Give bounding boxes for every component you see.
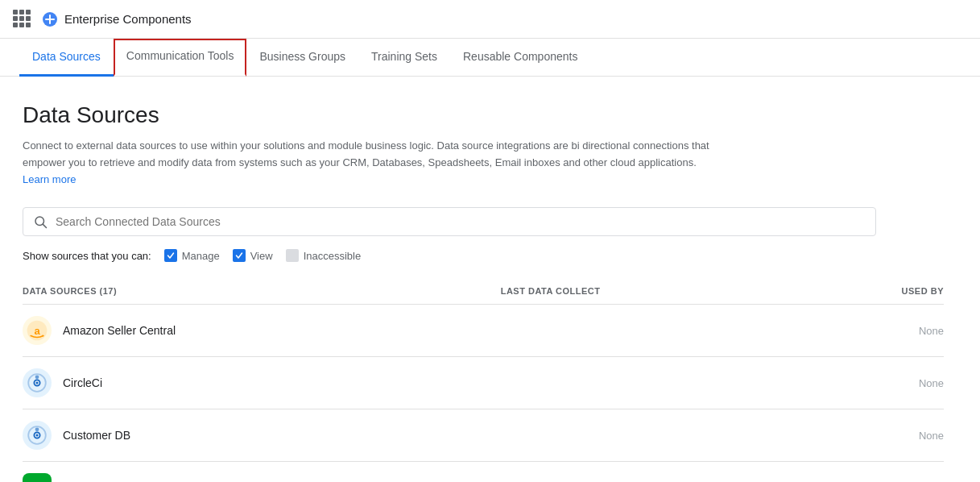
tab-business-groups[interactable]: Business Groups: [246, 39, 358, 77]
used-by-cell-circleci: None: [812, 357, 944, 409]
table-row[interactable]: CircleCi None: [23, 357, 944, 409]
used-by-column-header: USED BY: [812, 278, 944, 305]
used-by-value-customerdb: None: [919, 430, 944, 442]
view-checkbox[interactable]: [233, 249, 246, 262]
svg-point-7: [35, 376, 39, 380]
svg-point-9: [36, 382, 39, 384]
circleci-icon: [23, 368, 52, 397]
used-by-value-amazon: None: [919, 325, 944, 337]
table-row[interactable]: Evernote None: [23, 462, 944, 482]
svg-point-11: [35, 428, 39, 432]
apps-icon[interactable]: [13, 10, 32, 29]
sources-column-header: DATA SOURCES (17): [23, 278, 501, 305]
customerdb-icon: [23, 421, 52, 450]
filter-inaccessible-label: Inaccessible: [304, 250, 362, 262]
search-icon: [33, 214, 48, 229]
logo-icon: [42, 11, 58, 27]
tab-communication-tools[interactable]: Communication Tools: [114, 39, 247, 77]
table-row[interactable]: Customer DB None: [23, 409, 944, 462]
source-cell-circleci: CircleCi: [23, 357, 501, 409]
svg-point-13: [36, 434, 39, 437]
circleci-name: CircleCi: [63, 376, 102, 389]
filter-label: Show sources that you can:: [23, 250, 151, 262]
tab-data-sources[interactable]: Data Sources: [19, 39, 114, 77]
last-collect-column-header: LAST DATA COLLECT: [501, 278, 813, 305]
search-input[interactable]: [56, 215, 866, 228]
page-title: Data Sources: [23, 102, 944, 128]
amazon-icon: a: [23, 316, 52, 345]
last-collect-cell-evernote: [501, 462, 813, 482]
customerdb-name: Customer DB: [63, 429, 130, 442]
description-text: Connect to external data sources to use …: [23, 139, 709, 168]
source-cell-amazon: a Amazon Seller Central: [23, 305, 501, 357]
filter-inaccessible[interactable]: Inaccessible: [286, 249, 362, 262]
tab-reusable-components[interactable]: Reusable Components: [450, 39, 590, 77]
used-by-cell-evernote: None: [812, 462, 944, 482]
nav-tabs: Data Sources Communication Tools Busines…: [0, 39, 980, 77]
used-by-cell-amazon: None: [812, 305, 944, 357]
page-description: Connect to external data sources to use …: [23, 138, 723, 188]
svg-text:a: a: [34, 325, 40, 337]
data-sources-table: DATA SOURCES (17) LAST DATA COLLECT USED…: [23, 278, 944, 482]
filter-view[interactable]: View: [233, 249, 273, 262]
app-logo: Enterprise Components: [42, 11, 192, 27]
app-title: Enterprise Components: [64, 12, 192, 26]
filter-manage-label: Manage: [182, 250, 220, 262]
svg-line-2: [43, 225, 46, 228]
evernote-icon: [23, 473, 52, 482]
manage-checkbox[interactable]: [164, 249, 177, 262]
last-collect-cell-customerdb: [501, 409, 813, 462]
tab-training-sets[interactable]: Training Sets: [358, 39, 450, 77]
inaccessible-checkbox[interactable]: [286, 249, 299, 262]
last-collect-cell-amazon: [501, 305, 813, 357]
learn-more-link[interactable]: Learn more: [23, 173, 76, 185]
used-by-cell-customerdb: None: [812, 409, 944, 462]
amazon-name: Amazon Seller Central: [63, 324, 176, 337]
main-content: Data Sources Connect to external data so…: [0, 77, 966, 482]
filter-manage[interactable]: Manage: [164, 249, 220, 262]
table-header-row: DATA SOURCES (17) LAST DATA COLLECT USED…: [23, 278, 944, 305]
filter-row: Show sources that you can: Manage View I…: [23, 249, 944, 262]
source-cell-evernote: Evernote: [23, 462, 501, 482]
used-by-value-circleci: None: [919, 377, 944, 389]
source-cell-customerdb: Customer DB: [23, 409, 501, 462]
top-bar: Enterprise Components: [0, 0, 980, 39]
last-collect-cell-circleci: [501, 357, 813, 409]
filter-view-label: View: [250, 250, 273, 262]
search-bar: [23, 207, 876, 236]
table-row[interactable]: a Amazon Seller Central None: [23, 305, 944, 357]
